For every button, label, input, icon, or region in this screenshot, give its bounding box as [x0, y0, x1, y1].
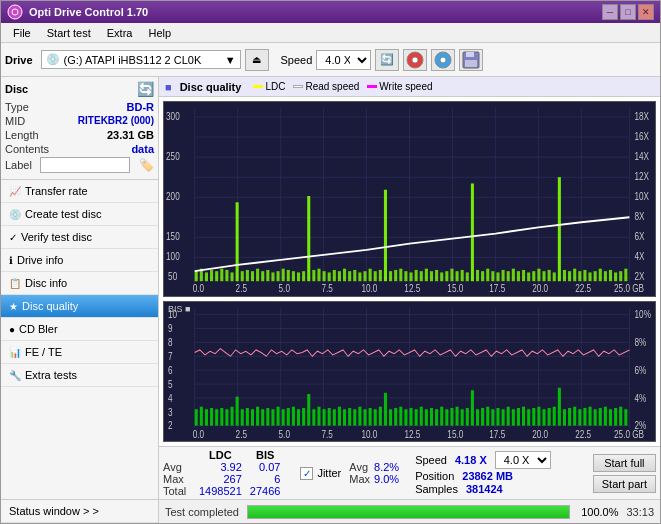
progress-percent: 100.0%: [578, 506, 618, 518]
svg-rect-86: [481, 271, 484, 281]
svg-point-3: [412, 57, 418, 63]
sidebar-item-cd-bler[interactable]: ● CD Bler: [1, 318, 158, 341]
sidebar-item-disc-info[interactable]: 📋 Disc info: [1, 272, 158, 295]
svg-rect-42: [256, 269, 259, 282]
svg-text:100: 100: [166, 251, 180, 262]
speed-select[interactable]: 4.0 X 2.0 X 8.0 X Max: [316, 50, 371, 70]
svg-rect-229: [537, 407, 540, 426]
sidebar-item-label: Verify test disc: [21, 231, 92, 243]
sidebar-item-verify-test-disc[interactable]: ✓ Verify test disc: [1, 226, 158, 249]
svg-text:7: 7: [168, 351, 173, 362]
menu-help[interactable]: Help: [140, 25, 179, 41]
chevron-down-icon: ▼: [225, 54, 236, 66]
svg-rect-51: [302, 271, 305, 281]
drive-selector[interactable]: 💿 (G:) ATAPI iHBS112 2 CL0K ▼: [41, 50, 241, 69]
svg-rect-238: [583, 408, 586, 426]
jitter-max-label: Max: [349, 473, 370, 485]
legend-ldc-label: LDC: [265, 81, 285, 92]
menu-extra[interactable]: Extra: [99, 25, 141, 41]
svg-rect-102: [563, 270, 566, 281]
svg-text:2: 2: [168, 421, 173, 432]
bottom-chart-svg: 10% 8% 6% 4% 2% 10 9 8 7 6 5 4 3: [164, 302, 655, 441]
refresh-button[interactable]: 🔄: [375, 49, 399, 71]
svg-rect-61: [353, 270, 356, 281]
svg-rect-233: [558, 388, 561, 426]
disc-refresh-icon[interactable]: 🔄: [137, 81, 154, 97]
svg-rect-222: [502, 409, 505, 425]
svg-rect-182: [297, 409, 300, 425]
svg-rect-77: [435, 270, 438, 281]
svg-text:16X: 16X: [635, 131, 650, 142]
sidebar-item-drive-info[interactable]: ℹ Drive info: [1, 249, 158, 272]
sidebar-item-fe-te[interactable]: 📊 FE / TE: [1, 341, 158, 364]
jitter-checkbox[interactable]: ✓: [300, 467, 313, 480]
svg-rect-215: [466, 408, 469, 426]
samples-value: 381424: [466, 483, 503, 495]
svg-text:20.0: 20.0: [532, 284, 548, 295]
svg-text:2X: 2X: [635, 271, 645, 282]
write-speed-color: [367, 85, 377, 88]
start-part-button[interactable]: Start part: [593, 475, 656, 493]
position-value: 23862 MB: [462, 470, 513, 482]
legend-read-label: Read speed: [305, 81, 359, 92]
close-button[interactable]: ✕: [638, 4, 654, 20]
svg-text:4%: 4%: [635, 393, 647, 404]
svg-text:15.0: 15.0: [447, 284, 463, 295]
speed-info: Speed 4.18 X 4.0 X 2.0 X 8.0 X Position …: [415, 451, 551, 495]
legend-read-speed: Read speed: [293, 81, 359, 92]
svg-rect-38: [236, 202, 239, 281]
max-ldc: 267: [195, 473, 246, 485]
svg-rect-231: [548, 408, 551, 426]
save-button[interactable]: [459, 49, 483, 71]
svg-rect-196: [369, 408, 372, 426]
speed-dropdown[interactable]: 4.0 X 2.0 X 8.0 X: [495, 451, 551, 469]
svg-rect-95: [527, 272, 530, 281]
svg-rect-103: [568, 271, 571, 281]
menu-file[interactable]: File: [5, 25, 39, 41]
position-row: Position 23862 MB: [415, 470, 551, 482]
svg-rect-199: [384, 393, 387, 426]
svg-rect-80: [450, 269, 453, 282]
scan-button[interactable]: [431, 49, 455, 71]
svg-rect-84: [471, 183, 474, 281]
status-window-button[interactable]: Status window > >: [1, 500, 158, 523]
label-icon[interactable]: 🏷️: [139, 158, 154, 172]
svg-rect-202: [399, 407, 402, 426]
svg-text:7.5: 7.5: [322, 430, 333, 441]
svg-rect-244: [614, 408, 617, 426]
svg-rect-45: [271, 272, 274, 281]
svg-rect-185: [312, 409, 315, 425]
eject-button[interactable]: ⏏: [245, 49, 269, 71]
svg-rect-113: [619, 271, 622, 281]
svg-rect-88: [491, 271, 494, 281]
minimize-button[interactable]: ─: [602, 4, 618, 20]
disc-label-input[interactable]: [40, 157, 130, 173]
svg-rect-240: [594, 409, 597, 425]
svg-text:250: 250: [166, 151, 180, 162]
svg-rect-246: [624, 409, 627, 425]
svg-rect-186: [317, 407, 320, 426]
menu-start-test[interactable]: Start test: [39, 25, 99, 41]
disc-icon-btn[interactable]: [403, 49, 427, 71]
svg-rect-163: [200, 407, 203, 426]
sidebar-item-label: Extra tests: [25, 369, 77, 381]
svg-text:8: 8: [168, 338, 173, 349]
sidebar-item-extra-tests[interactable]: 🔧 Extra tests: [1, 364, 158, 387]
svg-rect-209: [435, 409, 438, 425]
maximize-button[interactable]: □: [620, 4, 636, 20]
sidebar-item-transfer-rate[interactable]: 📈 Transfer rate: [1, 180, 158, 203]
sidebar-item-create-test-disc[interactable]: 💿 Create test disc: [1, 203, 158, 226]
menu-bar: File Start test Extra Help: [1, 23, 660, 43]
svg-rect-39: [241, 271, 244, 281]
label-label: Label: [5, 159, 32, 171]
svg-text:7.5: 7.5: [322, 284, 333, 295]
svg-rect-187: [323, 409, 326, 425]
svg-rect-189: [333, 409, 336, 425]
start-full-button[interactable]: Start full: [593, 454, 656, 472]
svg-text:17.5: 17.5: [489, 430, 505, 441]
svg-rect-99: [548, 270, 551, 281]
sidebar-item-disc-quality[interactable]: ★ Disc quality: [1, 295, 158, 318]
svg-text:14X: 14X: [635, 151, 650, 162]
svg-rect-203: [404, 409, 407, 425]
stats-row: LDC BIS Avg 3.92 0.07 Max 267 6 Total: [159, 446, 660, 499]
